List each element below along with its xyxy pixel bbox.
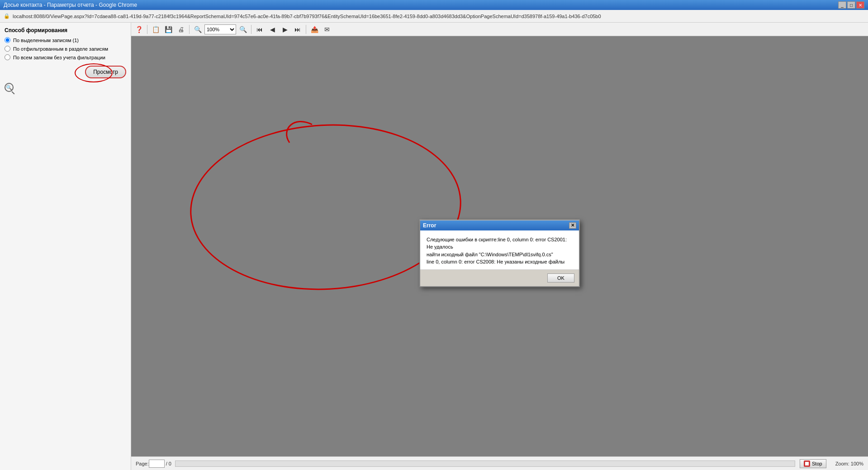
preview-button[interactable]: Просмотр (85, 66, 126, 78)
section-title: Способ формирования (5, 27, 126, 34)
dialog-message-line2: найти исходный файл "C:\Windows\TEMP\dl1… (427, 251, 573, 259)
dialog-close-button[interactable]: ✕ (569, 222, 576, 229)
maximize-button[interactable]: □ (847, 1, 855, 9)
radio-item-1[interactable]: По выделенным записям (1) (5, 37, 126, 43)
radio-selected-records[interactable] (5, 37, 10, 43)
radio-filtered-records[interactable] (5, 46, 10, 52)
separator-1 (147, 25, 147, 34)
separator-3 (251, 25, 251, 34)
zoom-in-button[interactable]: 🔍 (237, 24, 249, 35)
open-button[interactable]: 📋 (150, 24, 161, 35)
error-dialog: Error ✕ Следующие ошибки в скрипте:line … (419, 220, 580, 287)
page-total: / 0 (166, 461, 171, 466)
save-button[interactable]: 💾 (162, 24, 174, 35)
send-button[interactable]: ✉ (321, 24, 333, 35)
dialog-overlay: Error ✕ Следующие ошибки в скрипте:line … (131, 36, 868, 470)
radio-group: По выделенным записям (1) По отфильтрова… (5, 37, 126, 60)
separator-4 (306, 25, 306, 34)
stop-label: Stop (812, 461, 822, 466)
preview-btn-container: Просмотр (5, 66, 126, 78)
zoom-out-button[interactable]: 🔍 (192, 24, 204, 35)
dialog-message-line1: Следующие ошибки в скрипте:line 0, colum… (427, 236, 573, 251)
report-content-area: Error ✕ Следующие ошибки в скрипте:line … (131, 36, 868, 470)
status-bar: Page: / 0 Stop Zoom: 100% (131, 456, 868, 470)
minimize-button[interactable]: _ (838, 1, 846, 9)
export-button[interactable]: 📤 (308, 24, 320, 35)
separator-2 (189, 25, 190, 34)
radio-label-3: По всем записям без учета фильтрации (13, 55, 105, 60)
search-area: 🔍 (5, 83, 126, 92)
last-page-button[interactable]: ⏭ (292, 24, 304, 35)
address-bar: 🔒 localhost:8088/0/ViewPage.aspx?Id=7cda… (0, 10, 868, 23)
dialog-ok-button[interactable]: OK (547, 273, 574, 283)
lock-icon: 🔒 (4, 13, 10, 19)
zoom-select[interactable]: 100% 25% 50% 75% 125% 150% 200% (204, 24, 236, 34)
toolbar: ❓ 📋 💾 🖨 🔍 100% 25% 50% 75% 125% 150% 200… (131, 23, 868, 36)
prev-page-button[interactable]: ◀ (266, 24, 278, 35)
first-page-button[interactable]: ⏮ (254, 24, 266, 35)
radio-item-3[interactable]: По всем записям без учета фильтрации (5, 54, 126, 60)
radio-label-1: По выделенным записям (1) (13, 38, 79, 43)
close-button[interactable]: ✕ (856, 1, 864, 9)
search-icon[interactable]: 🔍 (5, 83, 14, 92)
progress-bar (175, 460, 795, 467)
dialog-titlebar: Error ✕ (420, 221, 579, 230)
window-title: Досье контакта - Параметры отчета - Goog… (4, 2, 838, 8)
help-button[interactable]: ❓ (133, 24, 145, 35)
print-button[interactable]: 🖨 (175, 24, 187, 35)
dialog-body: Следующие ошибки в скрипте:line 0, colum… (420, 230, 579, 270)
zoom-container: 100% 25% 50% 75% 125% 150% 200% (204, 24, 236, 34)
left-panel: Способ формирования По выделенным запися… (0, 23, 131, 470)
content-wrapper: ❓ 📋 💾 🖨 🔍 100% 25% 50% 75% 125% 150% 200… (131, 23, 868, 470)
zoom-status: Zoom: 100% (835, 461, 863, 466)
radio-item-2[interactable]: По отфильтрованным в разделе записям (5, 46, 126, 52)
dialog-message-line3: line 0, column 0: error CS2008: Не указа… (427, 258, 573, 266)
title-bar: Досье контакта - Параметры отчета - Goog… (0, 0, 868, 10)
page-input[interactable] (149, 460, 165, 468)
radio-all-records[interactable] (5, 54, 10, 60)
stop-icon (804, 460, 810, 467)
stop-button[interactable]: Stop (800, 459, 826, 468)
radio-label-2: По отфильтрованным в разделе записям (13, 46, 108, 52)
dialog-title: Error (423, 222, 569, 229)
window-controls: _ □ ✕ (838, 1, 864, 9)
address-text[interactable]: localhost:8088/0/ViewPage.aspx?Id=7cdaea… (13, 14, 601, 19)
dialog-footer: OK (420, 270, 579, 286)
page-label: Page: (136, 461, 149, 466)
next-page-button[interactable]: ▶ (279, 24, 291, 35)
stop-icon-inner (805, 462, 809, 465)
